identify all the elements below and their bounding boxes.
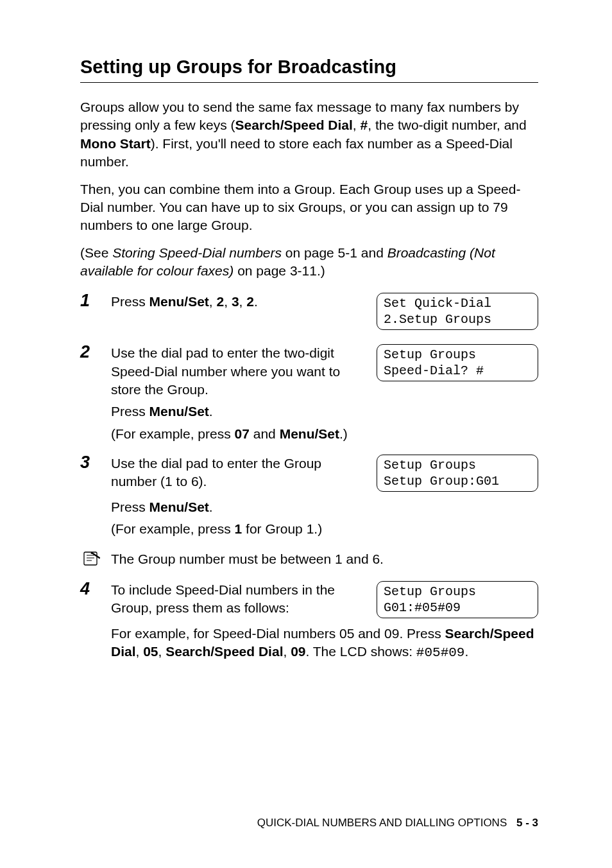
text: , [224,294,232,309]
key-label: 3 [232,294,239,309]
intro-paragraph-3: (See Storing Speed-Dial numbers on page … [80,244,538,281]
page-footer: QUICK-DIAL NUMBERS AND DIALLING OPTIONS … [257,816,538,831]
lcd-display: Setup Groups Setup Group:G01 [377,455,538,492]
lcd-text-inline: #05#09 [416,645,465,660]
key-label: 07 [235,426,250,441]
key-label: Mono Start [80,136,151,151]
note-block: The Group number must be between 1 and 6… [80,550,538,568]
step-text: (For example, press 07 and Menu/Set.) [111,425,538,443]
lcd-line: Set Quick-Dial [384,296,491,311]
step-3: 3 Use the dial pad to enter the Group nu… [80,455,538,542]
step-text: For example, for Speed-Dial numbers 05 a… [111,625,538,663]
intro-paragraph-2: Then, you can combine them into a Group.… [80,180,538,235]
key-label: Menu/Set [149,499,209,514]
reference: Storing Speed-Dial numbers [112,245,282,260]
step-text: Press Menu/Set. [111,498,538,516]
key-label: Menu/Set [280,426,339,441]
key-label: 2 [246,294,254,309]
text: Press [111,294,149,309]
text: . [209,404,213,419]
text: . The LCD shows: [306,644,416,659]
key-label: Menu/Set [149,294,209,309]
step-text: Use the dial pad to enter the two-digit … [111,344,365,399]
section-heading: Setting up Groups for Broadcasting [80,55,538,83]
lcd-line: Speed-Dial? # [384,363,484,378]
key-label: # [361,117,368,132]
lcd-display: Setup Groups G01:#05#09 [377,581,538,618]
step-4: 4 To include Speed-Dial numbers in the G… [80,581,538,666]
step-1: 1 Press Menu/Set, 2, 3, 2. Set Quick-Dia… [80,293,538,336]
chapter-title: QUICK-DIAL NUMBERS AND DIALLING OPTIONS [257,817,507,829]
step-list: 1 Press Menu/Set, 2, 3, 2. Set Quick-Dia… [80,293,538,666]
text: , [136,644,144,659]
lcd-line: Setup Groups [384,347,476,362]
text: and [250,426,280,441]
step-text: (For example, press 1 for Group 1.) [111,520,538,538]
text: . [254,294,258,309]
text: , [283,644,291,659]
key-label: Search/Speed Dial [235,117,353,132]
text: (For example, press [111,426,235,441]
page-number: 5 - 3 [516,817,538,829]
step-text: To include Speed-Dial numbers in the Gro… [111,581,365,618]
text: (For example, press [111,521,235,536]
text: .) [339,426,348,441]
text: . [464,644,468,659]
lcd-display: Setup Groups Speed-Dial? # [377,344,538,381]
text: for Group 1.) [242,521,322,536]
text: For example, for Speed-Dial numbers 05 a… [111,626,445,641]
lcd-line: Setup Groups [384,584,476,599]
svg-rect-0 [84,552,97,565]
key-label: 1 [235,521,242,536]
lcd-line: G01:#05#09 [384,600,461,615]
text: , [158,644,166,659]
text: . [209,499,213,514]
step-text: Press Menu/Set, 2, 3, 2. [111,293,365,311]
text: , the two-digit number, and [368,117,526,132]
text: on page 5-1 and [282,245,387,260]
intro-paragraph-1: Groups allow you to send the same fax me… [80,98,538,171]
step-number: 4 [80,580,111,599]
step-text: Press Menu/Set. [111,403,538,421]
text: on page 3-11.) [234,263,325,278]
step-2: 2 Use the dial pad to enter the two-digi… [80,344,538,447]
text: Press [111,404,149,419]
lcd-line: Setup Group:G01 [384,474,499,489]
note-icon [81,550,101,567]
step-text: Use the dial pad to enter the Group numb… [111,455,365,491]
lcd-line: 2.Setup Groups [384,312,491,327]
step-number: 2 [80,343,111,362]
key-label: 2 [217,294,225,309]
key-label: 09 [291,644,305,659]
key-label: Search/Speed Dial [166,644,283,659]
text: , [209,294,217,309]
step-number: 3 [80,453,111,473]
text: Press [111,499,149,514]
key-label: Menu/Set [149,404,209,419]
lcd-display: Set Quick-Dial 2.Setup Groups [377,293,538,330]
text: , [353,117,361,132]
key-label: 05 [143,644,158,659]
text: , [239,294,247,309]
step-number: 1 [80,291,111,311]
text: (See [80,245,112,260]
note-text: The Group number must be between 1 and 6… [111,550,538,568]
lcd-line: Setup Groups [384,458,476,473]
